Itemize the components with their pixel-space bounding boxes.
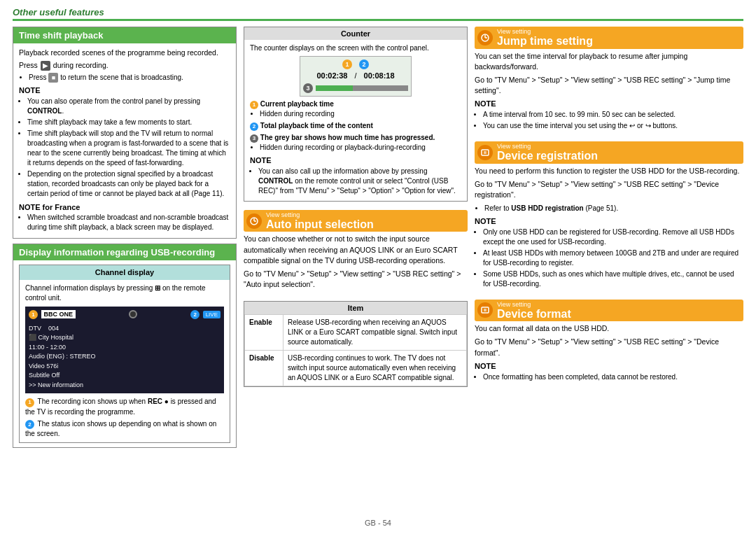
play-icon: ▶	[41, 61, 50, 71]
counter-bar-row: 3	[303, 83, 408, 93]
circle-2: 2	[190, 310, 200, 319]
device-reg-body: You need to perform this function to reg…	[475, 166, 743, 289]
list-item: Some USB HDDs, such as ones which have m…	[483, 269, 743, 289]
icon-svg-reg	[480, 148, 490, 157]
dtv-row: DTV 004	[29, 324, 220, 334]
disable-body: USB-recording continues to work. The TV …	[284, 351, 467, 386]
auto-input-section: View setting Auto input selection You ca…	[244, 210, 468, 293]
time-shift-title: Time shift playback	[13, 27, 236, 43]
jump-time-badge: View setting Jump time setting	[475, 27, 743, 49]
device-reg-note-block: NOTE Only one USB HDD can be registered …	[475, 216, 743, 289]
time-shift-sub-list: Press ■ to return the scene that is broa…	[29, 73, 230, 83]
list-item: You can use the time interval you set us…	[483, 121, 743, 131]
main-content: Time shift playback Playback recorded sc…	[13, 27, 743, 516]
city-hospital-row: ⬛ City Hospital	[29, 333, 220, 343]
auto-input-body: You can choose whether or not to switch …	[244, 234, 468, 290]
device-format-note-list: Once formatting has been completed, data…	[483, 372, 743, 382]
video-row: Video 576i	[29, 362, 220, 372]
col1: Time shift playback Playback recorded sc…	[13, 27, 237, 516]
time-shift-body-text: Playback recorded scenes of the programm…	[19, 48, 230, 58]
jump-time-note-block: NOTE A time interval from 10 sec. to 99 …	[475, 99, 743, 131]
note-title: NOTE	[19, 86, 41, 94]
note-france-block: NOTE for France When switched scramble b…	[19, 202, 230, 232]
counter-body-text: The counter displays on the screen with …	[250, 43, 461, 53]
auto-input-text-block: View setting Auto input selection	[266, 211, 374, 231]
device-reg-badge: View setting Device registration	[475, 141, 743, 164]
counter-body: The counter displays on the screen with …	[244, 40, 467, 201]
device-format-body-text: You can format all data on the USB HDD.	[475, 323, 743, 334]
counter-item-3: 3 The grey bar shows how much time has p…	[250, 133, 461, 143]
circle-badge-1-wrap: 1 BBC ONE	[29, 310, 76, 319]
device-format-go: Go to "TV Menu" > "Setup" > "View settin…	[475, 337, 743, 358]
jump-time-body: You can set the time interval for playba…	[475, 51, 743, 132]
channel-info: DTV 004 ⬛ City Hospital 11:00 - 12:00 Au…	[29, 324, 220, 391]
view-setting-icon-format	[477, 302, 493, 318]
display-info-section: Display information regarding USB-record…	[13, 244, 237, 448]
item-table-header: Item	[244, 302, 467, 314]
page-header-title: Other useful features	[13, 7, 104, 17]
counter-display: 1 2 00:02:38 / 00:08:18 3	[300, 56, 412, 97]
jump-time-body-text: You can set the time interval for playba…	[475, 51, 743, 72]
counter-sublist-3: Hidden during recording or playback-duri…	[260, 143, 461, 153]
counter-label-3: The grey bar shows how much time has pro…	[260, 134, 435, 141]
note-france-title: NOTE for France	[19, 203, 80, 211]
device-format-badge-label: View setting	[497, 301, 571, 308]
list-item: You can also call up the information abo…	[258, 167, 461, 196]
device-reg-badge-label: View setting	[497, 143, 598, 150]
table-row: Disable USB-recording continues to work.…	[245, 351, 467, 386]
auto-input-title: Auto input selection	[266, 218, 374, 231]
device-reg-ref-list: Refer to USB HDD registration (Page 51).	[484, 204, 743, 213]
view-setting-icon-reg	[477, 145, 493, 160]
auto-input-badge: View setting Auto input selection	[244, 210, 468, 232]
audio-row: Audio (ENG) : STEREO	[29, 352, 220, 362]
icon-svg-format	[480, 305, 490, 315]
counter-item-2: 2 Total playback time of the content	[250, 121, 461, 131]
channel-display-box: Channel display Channel information disp…	[19, 265, 230, 443]
counter-header: Counter	[244, 27, 467, 40]
counter-circle-3: 3	[303, 83, 313, 93]
counter-label-2: Total playback time of the content	[260, 122, 373, 129]
jump-time-go: Go to "TV Menu" > "Setup" > "View settin…	[475, 75, 743, 96]
table-row: Enable Release USB-recording when receiv…	[245, 315, 467, 351]
device-reg-go: Go to "TV Menu" > "Setup" > "View settin…	[475, 179, 743, 200]
counter-item-1: 1 Current playback time	[250, 99, 461, 109]
list-item: A time interval from 10 sec. to 99 min. …	[483, 110, 743, 120]
list-item: At least USB HDDs with memory between 10…	[483, 248, 743, 268]
list-item: Hidden during recording or playback-duri…	[260, 143, 461, 153]
stop-icon: ■	[48, 73, 58, 83]
circle-badge-2-wrap: 2 LIVE	[190, 310, 220, 319]
channel-display-text: Channel information displays by pressing…	[25, 283, 224, 303]
counter-sublist-1: Hidden during recording	[260, 109, 461, 119]
return-label: to return the scene that is broadcasting…	[60, 73, 183, 81]
list-item: Once formatting has been completed, data…	[483, 372, 743, 382]
counter-nums: 1 2	[303, 59, 408, 69]
list-item: Only one USB HDD can be registered for U…	[483, 227, 743, 247]
counter-note-title: NOTE	[250, 156, 272, 164]
jump-time-note-title: NOTE	[475, 99, 496, 108]
item-table-body: Enable Release USB-recording when receiv…	[244, 314, 467, 386]
device-format-note-block: NOTE Once formatting has been completed,…	[475, 361, 743, 382]
note-status: 2 The status icon shows up depending on …	[25, 419, 224, 439]
auto-input-go: Go to "TV Menu" > "Setup" > "View settin…	[244, 269, 468, 290]
channel-screen-top: 1 BBC ONE 2 LIVE	[29, 310, 220, 321]
jump-time-title: Jump time setting	[497, 35, 593, 48]
device-reg-body-text: You need to perform this function to reg…	[475, 166, 743, 176]
device-format-title: Device format	[497, 308, 571, 321]
subtitle-row: Subtitle Off	[29, 371, 220, 381]
list-item: Refer to USB HDD registration (Page 51).	[484, 204, 743, 213]
auto-input-badge-label: View setting	[266, 211, 374, 218]
col2: Counter The counter displays on the scre…	[244, 27, 468, 516]
counter-bar-fill	[316, 85, 353, 91]
device-format-section: View setting Device format You can forma…	[475, 300, 743, 384]
counter-time2: 00:08:18	[364, 71, 395, 81]
jump-time-section: View setting Jump time setting You can s…	[475, 27, 743, 132]
note-circle-1: 1	[25, 398, 34, 407]
dtv-num: 004	[48, 325, 59, 332]
time-shift-section: Time shift playback Playback recorded sc…	[13, 27, 237, 239]
device-reg-note-list: Only one USB HDD can be registered for U…	[483, 227, 743, 289]
counter-time1: 00:02:38	[316, 71, 347, 81]
dtv-label: DTV	[29, 325, 41, 332]
counter-times: 00:02:38 / 00:08:18	[303, 71, 408, 81]
enable-body: Release USB-recording when receiving an …	[284, 315, 467, 351]
view-setting-icon-jump	[477, 30, 493, 45]
